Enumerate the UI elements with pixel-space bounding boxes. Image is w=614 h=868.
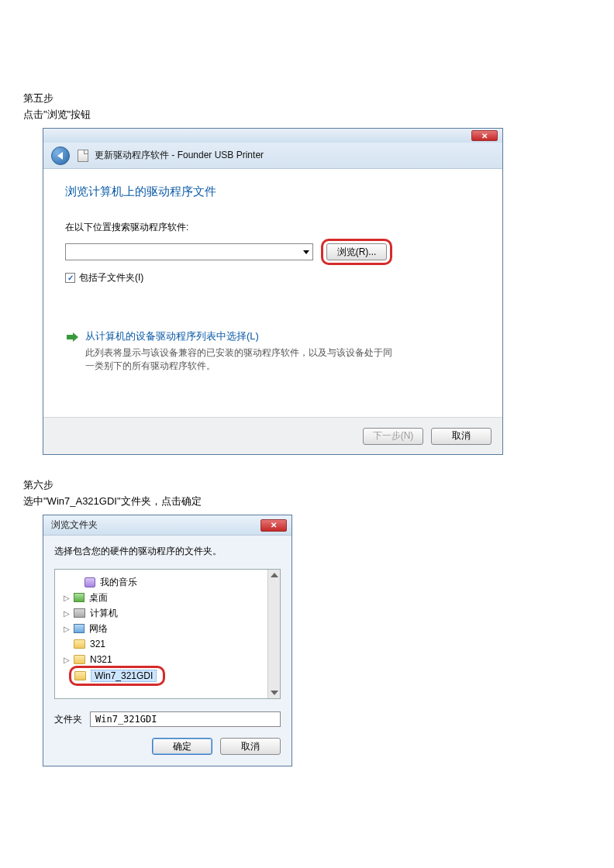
expand-icon[interactable]: ▷ [63, 625, 71, 632]
tree-item-network[interactable]: ▷ 网络 [58, 621, 277, 636]
folder-icon [74, 655, 85, 664]
dialog1-header: 更新驱动程序软件 - Founder USB Printer [43, 143, 502, 169]
dialog1-titlebar: ✕ [43, 129, 502, 143]
dialog2-titlebar: 浏览文件夹 ✕ [43, 515, 291, 536]
cancel-button[interactable]: 取消 [220, 738, 281, 755]
tree-item-n321[interactable]: ▷ N321 [58, 652, 277, 667]
tree-item-321[interactable]: ▷ 321 [58, 636, 277, 652]
computer-icon [74, 608, 85, 618]
dialog2-title: 浏览文件夹 [51, 518, 98, 532]
expand-icon[interactable]: ▷ [63, 609, 71, 617]
desktop-icon [74, 593, 85, 602]
ok-button[interactable]: 确定 [152, 738, 212, 755]
folder-icon [74, 671, 86, 680]
pick-from-list-desc: 此列表将显示与该设备兼容的已安装的驱动程序软件，以及与该设备处于同一类别下的所有… [85, 346, 395, 374]
search-location-label: 在以下位置搜索驱动程序软件: [65, 221, 481, 234]
folder-field-label: 文件夹 [54, 713, 82, 726]
dialog1-body: 浏览计算机上的驱动程序文件 在以下位置搜索驱动程序软件: 浏览(R)... 包括… [43, 169, 502, 417]
update-driver-dialog: ✕ 更新驱动程序软件 - Founder USB Printer 浏览计算机上的… [43, 128, 503, 455]
tree-label: N321 [90, 654, 112, 665]
dialog1-footer: 下一步(N) 取消 [43, 417, 502, 454]
dialog2-body: 选择包含您的硬件的驱动程序的文件夹。 我的音乐 ▷ 桌面 ▷ 计算机 ▷ 网络 [43, 536, 291, 766]
network-icon [74, 624, 85, 633]
folder-field-value: Win7_321GDI [95, 714, 157, 725]
music-icon [85, 577, 95, 587]
cancel-button[interactable]: 取消 [431, 428, 492, 445]
tree-label: 计算机 [90, 607, 118, 620]
step6-desc: 选中"Win7_A321GDI"文件夹，点击确定 [23, 494, 591, 508]
close-icon[interactable]: ✕ [260, 519, 287, 532]
dialog2-instruction: 选择包含您的硬件的驱动程序的文件夹。 [54, 545, 281, 558]
search-location-combobox[interactable] [65, 243, 313, 260]
tree-item-my-music[interactable]: 我的音乐 [58, 574, 277, 590]
tree-item-win7-selected[interactable]: Win7_321GDI [69, 666, 165, 686]
tree-item-desktop[interactable]: ▷ 桌面 [58, 590, 277, 605]
scrollbar[interactable] [267, 570, 280, 698]
close-icon[interactable]: ✕ [471, 130, 498, 141]
chevron-down-icon[interactable] [300, 244, 312, 260]
tree-label: 我的音乐 [100, 576, 137, 589]
tree-label: 网络 [89, 622, 108, 636]
arrow-right-icon [65, 331, 79, 345]
dialog1-title: 浏览计算机上的驱动程序文件 [65, 184, 481, 199]
browse-highlight: 浏览(R)... [321, 239, 392, 265]
back-button[interactable] [51, 146, 70, 165]
dialog1-header-text: 更新驱动程序软件 - Founder USB Printer [95, 149, 264, 162]
step5-desc: 点击"浏览"按钮 [23, 108, 591, 122]
folder-field-input[interactable]: Win7_321GDI [90, 711, 281, 727]
tree-item-computer[interactable]: ▷ 计算机 [58, 605, 277, 621]
include-subfolders-label: 包括子文件夹(I) [79, 271, 143, 284]
step5-heading: 第五步 [23, 91, 591, 105]
pick-from-list-link[interactable]: 从计算机的设备驱动程序列表中选择(L) [85, 329, 395, 343]
browse-folder-dialog: 浏览文件夹 ✕ 选择包含您的硬件的驱动程序的文件夹。 我的音乐 ▷ 桌面 ▷ 计… [43, 515, 292, 766]
include-subfolders-checkbox[interactable] [65, 273, 75, 283]
folder-icon [74, 639, 85, 649]
tree-label: 桌面 [89, 591, 108, 604]
folder-tree[interactable]: 我的音乐 ▷ 桌面 ▷ 计算机 ▷ 网络 ▷ 321 [54, 569, 281, 699]
expand-icon[interactable]: ▷ [63, 656, 71, 663]
step6-heading: 第六步 [23, 478, 591, 492]
expand-icon[interactable]: ▷ [63, 594, 71, 601]
next-button[interactable]: 下一步(N) [363, 428, 423, 445]
tree-label: 321 [90, 639, 105, 649]
browse-button[interactable]: 浏览(R)... [326, 243, 387, 260]
page-icon [78, 150, 88, 162]
tree-label: Win7_321GDI [91, 670, 157, 682]
